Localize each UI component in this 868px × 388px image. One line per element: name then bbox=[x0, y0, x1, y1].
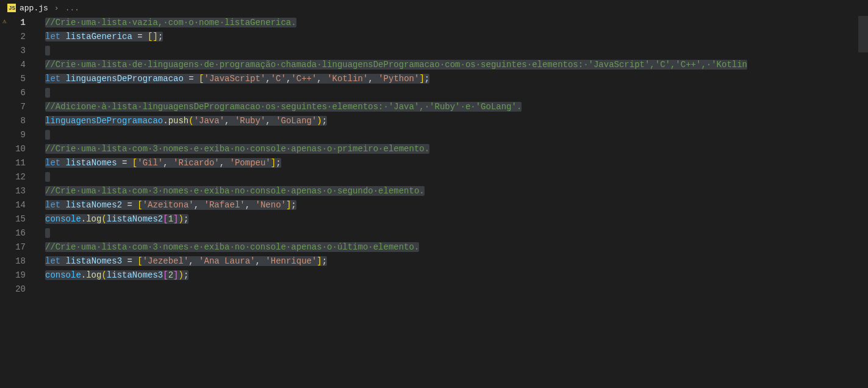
code-line bbox=[45, 86, 868, 100]
line-number: 18 bbox=[0, 254, 26, 268]
line-number: 3 bbox=[0, 44, 26, 58]
minimap[interactable] bbox=[858, 16, 868, 52]
line-number: 2 bbox=[0, 30, 26, 44]
line-number: 14 bbox=[0, 198, 26, 212]
line-number: 11 bbox=[0, 156, 26, 170]
js-file-icon: JS bbox=[7, 4, 16, 12]
code-line: console.log(listaNomes3[2]); bbox=[45, 268, 868, 282]
line-number: 12 bbox=[0, 170, 26, 184]
code-line bbox=[45, 170, 868, 184]
warning-icon[interactable]: ⚠ bbox=[2, 17, 7, 25]
code-line: //Adicione·à·lista·linguagensDeProgramac… bbox=[45, 100, 868, 114]
line-number: 13 bbox=[0, 184, 26, 198]
code-line: //Crie·uma·lista·com·3·nomes·e·exiba·no·… bbox=[45, 240, 868, 254]
code-line: let·linguagensDeProgramacao = ['JavaScri… bbox=[45, 72, 868, 86]
line-number: 15 bbox=[0, 212, 26, 226]
tab-bar: JS app.js › ... bbox=[0, 0, 868, 16]
code-line bbox=[45, 128, 868, 142]
line-number: 16 bbox=[0, 226, 26, 240]
code-line: //Crie·uma·lista·vazia,·com·o·nome·lista… bbox=[45, 16, 868, 30]
chevron-right-icon: › bbox=[54, 4, 59, 13]
code-line: //Crie·uma·lista·com·3·nomes·e·exiba·no·… bbox=[45, 184, 868, 198]
code-line bbox=[45, 226, 868, 240]
breadcrumb-more: ... bbox=[65, 4, 79, 13]
line-number: 8 bbox=[0, 114, 26, 128]
code-content[interactable]: //Crie·uma·lista·vazia,·com·o·nome·lista… bbox=[37, 16, 868, 388]
code-line: let·listaNomes = ['Gil',·'Ricardo',·'Pom… bbox=[45, 156, 868, 170]
tab-filename: app.js bbox=[20, 4, 48, 13]
code-line: console.log(listaNomes2[1]); bbox=[45, 212, 868, 226]
line-number: 9 bbox=[0, 128, 26, 142]
line-number-gutter: ⚠ 1 2 3 4 5 6 7 8 9 10 11 12 13 14 15 16… bbox=[0, 16, 37, 388]
line-number: 5 bbox=[0, 72, 26, 86]
line-number: 6 bbox=[0, 86, 26, 100]
line-number: 20 bbox=[0, 282, 26, 296]
code-line: let·listaNomes3 = ['Jezebel',·'Ana Laura… bbox=[45, 254, 868, 268]
code-line: let·listaGenerica = []; bbox=[45, 30, 868, 44]
line-number: 7 bbox=[0, 100, 26, 114]
code-line: linguagensDeProgramacao.push('Java',·'Ru… bbox=[45, 114, 868, 128]
code-editor[interactable]: ⚠ 1 2 3 4 5 6 7 8 9 10 11 12 13 14 15 16… bbox=[0, 16, 868, 388]
code-line: let·listaNomes2 = ['Azeitona',·'Rafael',… bbox=[45, 198, 868, 212]
code-line: //Crie·uma·lista·de·linguagens·de·progra… bbox=[45, 58, 868, 72]
line-number: 4 bbox=[0, 58, 26, 72]
code-line: //Crie·uma·lista·com·3·nomes·e·exiba·no·… bbox=[45, 142, 868, 156]
tab-app-js[interactable]: JS app.js › ... bbox=[2, 2, 84, 14]
code-line bbox=[45, 282, 868, 296]
line-number: 19 bbox=[0, 268, 26, 282]
line-number: 10 bbox=[0, 142, 26, 156]
line-number: 17 bbox=[0, 240, 26, 254]
code-line bbox=[45, 44, 868, 58]
